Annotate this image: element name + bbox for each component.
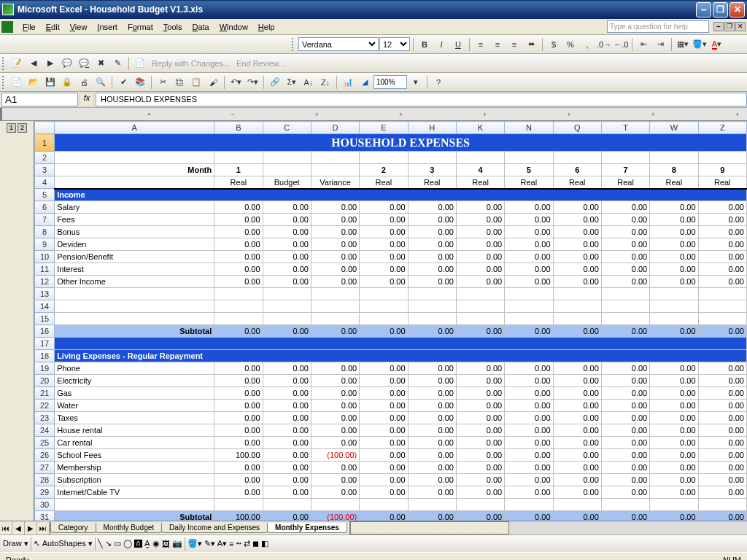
cell[interactable]: 0.00 — [263, 251, 311, 263]
cell[interactable] — [601, 499, 649, 511]
cell[interactable]: Internet/Cable TV — [55, 486, 214, 499]
cell[interactable] — [553, 152, 601, 164]
cell[interactable] — [360, 300, 408, 313]
cell[interactable]: 0.00 — [505, 201, 553, 214]
cell[interactable] — [456, 288, 504, 300]
cell[interactable]: Salary — [55, 201, 214, 214]
cell[interactable] — [601, 288, 649, 300]
cell[interactable]: 0.00 — [263, 201, 311, 214]
decrease-indent-button[interactable]: ⇤ — [635, 36, 651, 52]
row-header[interactable]: 18 — [35, 350, 55, 362]
row-header[interactable]: 20 — [35, 375, 55, 387]
column-header[interactable]: D — [311, 122, 359, 134]
cell[interactable] — [214, 152, 263, 164]
cell[interactable]: Real — [553, 176, 601, 189]
cell[interactable]: 0.00 — [650, 251, 698, 263]
cell[interactable]: 2 — [360, 164, 408, 176]
cell[interactable]: 0.00 — [214, 238, 263, 251]
oval-button[interactable]: ◯ — [123, 539, 132, 548]
cell[interactable]: 0.00 — [553, 201, 601, 214]
increase-decimal-button[interactable]: .0→ — [596, 36, 612, 52]
name-box[interactable] — [1, 93, 78, 106]
arrow-style-button[interactable]: ⇄ — [244, 539, 250, 548]
save-button[interactable]: 💾 — [42, 74, 58, 90]
cell[interactable] — [55, 499, 214, 511]
row-header[interactable]: 15 — [35, 313, 55, 325]
cell[interactable] — [55, 338, 747, 350]
cell[interactable]: 0.00 — [698, 214, 746, 226]
cell[interactable]: 0.00 — [311, 276, 359, 288]
cell[interactable]: 0.00 — [214, 325, 263, 338]
cell[interactable]: 0.00 — [263, 462, 311, 474]
column-header[interactable]: W — [650, 122, 698, 134]
cell[interactable]: 0.00 — [311, 424, 359, 437]
row-header[interactable]: 21 — [35, 387, 55, 400]
tab-last-button[interactable]: ⏭ — [37, 521, 50, 534]
cell[interactable]: 0.00 — [263, 486, 311, 499]
cell[interactable]: 0.00 — [650, 474, 698, 486]
cell[interactable]: 0.00 — [360, 412, 408, 424]
cell[interactable]: 9 — [698, 164, 746, 176]
cell[interactable]: 0.00 — [650, 214, 698, 226]
cell[interactable] — [263, 164, 311, 176]
cell[interactable]: 0.00 — [263, 214, 311, 226]
menu-file[interactable]: File — [18, 21, 41, 33]
cell[interactable]: 0.00 — [456, 362, 504, 375]
cell[interactable]: 0.00 — [601, 362, 649, 375]
cell[interactable]: Phone — [55, 362, 214, 375]
end-review-button[interactable]: End Review... — [233, 59, 288, 68]
cell[interactable]: 0.00 — [650, 375, 698, 387]
sheet-tab[interactable]: Category — [50, 523, 96, 533]
cell[interactable]: 0.00 — [601, 462, 649, 474]
cell[interactable]: 0.00 — [214, 214, 263, 226]
bold-button[interactable]: B — [417, 36, 433, 52]
reply-changes-button[interactable]: Reply with Changes... — [149, 59, 233, 68]
cell[interactable]: 0.00 — [601, 400, 649, 412]
cell[interactable] — [55, 152, 214, 164]
cell[interactable]: Real — [601, 176, 649, 189]
minimize-button[interactable]: ‒ — [696, 2, 711, 18]
cell[interactable]: 0.00 — [214, 412, 263, 424]
cell[interactable]: 0.00 — [601, 424, 649, 437]
cell[interactable]: 0.00 — [360, 462, 408, 474]
cell[interactable]: Real — [214, 176, 263, 189]
cell[interactable]: 0.00 — [360, 325, 408, 338]
cell[interactable]: 0.00 — [698, 263, 746, 276]
toolbar-grip[interactable] — [292, 38, 295, 51]
cell[interactable] — [55, 300, 214, 313]
chart-wizard-button[interactable]: 📊 — [340, 74, 356, 90]
cell[interactable]: 0.00 — [263, 387, 311, 400]
cell[interactable]: 0.00 — [263, 375, 311, 387]
cell[interactable]: 0.00 — [553, 362, 601, 375]
cell[interactable]: 0.00 — [505, 362, 553, 375]
tab-prev-button[interactable]: ◀ — [12, 521, 25, 534]
cell[interactable]: 0.00 — [408, 238, 456, 251]
workbook-icon[interactable] — [1, 21, 13, 33]
cell[interactable] — [214, 499, 263, 511]
cell[interactable] — [456, 300, 504, 313]
line-color-button[interactable]: ✎▾ — [204, 539, 215, 548]
cell[interactable] — [360, 152, 408, 164]
cell[interactable]: 0.00 — [698, 437, 746, 449]
align-center-button[interactable]: ≡ — [489, 36, 506, 52]
diagram-button[interactable]: ◉ — [152, 539, 160, 548]
cell[interactable]: 0.00 — [650, 412, 698, 424]
cell[interactable] — [698, 313, 746, 325]
row-header[interactable]: 11 — [35, 263, 55, 276]
cell[interactable]: 0.00 — [650, 276, 698, 288]
cell[interactable]: 0.00 — [311, 462, 359, 474]
cell[interactable]: 0.00 — [408, 226, 456, 238]
decrease-decimal-button[interactable]: ←.0 — [613, 36, 629, 52]
outline-level-1-button[interactable]: 1 — [7, 123, 16, 133]
cell[interactable]: 100.00 — [214, 511, 263, 521]
cell[interactable]: Real — [408, 176, 456, 189]
cell[interactable]: 0.00 — [214, 251, 263, 263]
cell[interactable] — [360, 499, 408, 511]
cell[interactable]: 0.00 — [650, 263, 698, 276]
cell[interactable]: 0.00 — [601, 276, 649, 288]
cell[interactable]: 0.00 — [698, 251, 746, 263]
cell[interactable]: 0.00 — [360, 226, 408, 238]
cell[interactable]: 0.00 — [505, 462, 553, 474]
cell[interactable]: 0.00 — [263, 263, 311, 276]
cell[interactable] — [55, 313, 214, 325]
